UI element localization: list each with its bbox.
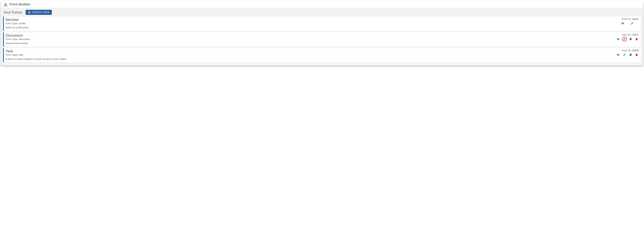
- plus-circle-icon: [28, 11, 30, 14]
- form-card: TaskForm Type: taskA piece of work assig…: [3, 48, 641, 62]
- eye-icon: [617, 38, 620, 40]
- panel-header: Form Builder: [1, 1, 643, 8]
- form-description: A piece of work assigned or done as part…: [6, 58, 605, 61]
- form-id: Form ID: 35801: [605, 18, 639, 21]
- form-card: MemberForm Type: profilefields for profi…: [3, 17, 641, 31]
- copy-button[interactable]: [629, 38, 632, 41]
- edit-button[interactable]: [623, 38, 626, 41]
- trash-icon: [636, 38, 638, 40]
- forms-list: MemberForm Type: profilefields for profi…: [1, 16, 643, 66]
- svg-rect-1: [5, 5, 6, 6]
- form-actions: [605, 38, 639, 41]
- view-button[interactable]: [616, 54, 620, 56]
- form-type: Form Type: profile: [6, 22, 605, 25]
- form-type: Form Type: discussion: [6, 38, 605, 41]
- copy-icon: [629, 38, 632, 40]
- pencil-icon: [623, 38, 626, 40]
- form-card: DiscussionForm Type: discussionGeneral D…: [3, 32, 641, 47]
- eye-icon: [621, 22, 624, 24]
- copy-icon: [629, 54, 632, 56]
- form-builder-panel: Form Builder Your Forms: CREATE NEW Memb…: [1, 1, 643, 66]
- your-forms-label: Your Forms:: [3, 10, 23, 15]
- pencil-icon: [623, 54, 626, 56]
- form-actions: [605, 22, 639, 25]
- create-new-label: CREATE NEW: [32, 11, 50, 14]
- svg-point-0: [5, 4, 6, 5]
- form-id: Form ID: 35808: [605, 49, 639, 52]
- subheader: Your Forms: CREATE NEW: [1, 8, 643, 16]
- form-title: Member: [6, 18, 605, 22]
- edit-button[interactable]: [623, 53, 626, 56]
- delete-button[interactable]: [635, 38, 638, 41]
- form-description: General Discussions: [6, 42, 605, 45]
- delete-button[interactable]: [635, 53, 638, 56]
- view-button[interactable]: [616, 38, 620, 40]
- form-description: fields for profile posts: [6, 26, 605, 29]
- view-button[interactable]: [621, 22, 624, 25]
- form-id: Form ID: 35807: [605, 33, 639, 36]
- trash-icon: [636, 54, 638, 56]
- edit-button[interactable]: [630, 22, 634, 25]
- svg-rect-6: [630, 54, 631, 56]
- create-new-button[interactable]: CREATE NEW: [26, 10, 52, 15]
- form-title: Discussion: [6, 33, 605, 38]
- app-title: Form Builder: [10, 2, 30, 6]
- svg-rect-4: [630, 38, 631, 40]
- copy-button[interactable]: [629, 53, 632, 56]
- form-actions: [605, 53, 639, 56]
- pencil-icon: [631, 22, 634, 25]
- eye-icon: [617, 54, 620, 56]
- form-type: Form Type: task: [6, 54, 605, 56]
- construction-icon: [3, 3, 8, 6]
- form-title: Task: [6, 49, 605, 53]
